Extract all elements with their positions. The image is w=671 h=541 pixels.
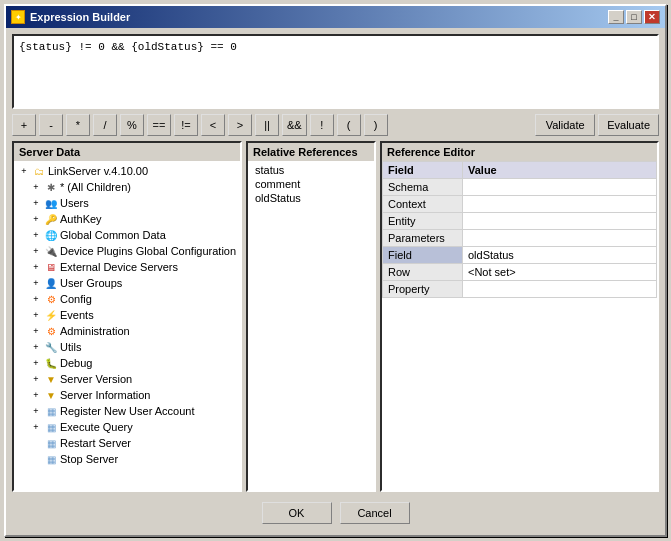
plus-button[interactable]: + — [12, 114, 36, 136]
expression-builder-window: ✦ Expression Builder _ □ ✕ {status} != 0… — [4, 4, 667, 537]
relative-references-list: status comment oldStatus — [248, 161, 374, 490]
tree-item-serverinfo[interactable]: ▼ Server Information — [16, 387, 238, 403]
ref-value-field[interactable]: oldStatus — [463, 247, 657, 264]
divide-button[interactable]: / — [93, 114, 117, 136]
panels-container: Server Data 🗂 LinkServer v.4.10.00 ✱ * (… — [12, 141, 659, 492]
icon-authkey: 🔑 — [44, 212, 58, 226]
reference-editor-header: Reference Editor — [382, 143, 657, 161]
close-paren-button[interactable]: ) — [364, 114, 388, 136]
tree-item-events[interactable]: ⚡ Events — [16, 307, 238, 323]
ref-item-status[interactable]: status — [250, 163, 372, 177]
expander-restartserver — [30, 437, 42, 449]
close-button[interactable]: ✕ — [644, 10, 660, 24]
minus-button[interactable]: - — [39, 114, 63, 136]
maximize-button[interactable]: □ — [626, 10, 642, 24]
window-title: Expression Builder — [30, 11, 130, 23]
icon-deviceplugins: 🔌 — [44, 244, 58, 258]
not-equals-button[interactable]: != — [174, 114, 198, 136]
not-button[interactable]: ! — [310, 114, 334, 136]
tree-item-usergroups[interactable]: 👤 User Groups — [16, 275, 238, 291]
evaluate-button[interactable]: Evaluate — [598, 114, 659, 136]
reference-editor-panel: Reference Editor Field Value Schema — [380, 141, 659, 492]
less-than-button[interactable]: < — [201, 114, 225, 136]
tree-item-deviceplugins[interactable]: 🔌 Device Plugins Global Configuration — [16, 243, 238, 259]
tree-item-extdevices[interactable]: 🖥 External Device Servers — [16, 259, 238, 275]
ref-value-entity[interactable] — [463, 213, 657, 230]
expander-stopserver — [30, 453, 42, 465]
ref-label-context: Context — [383, 196, 463, 213]
expander-users[interactable] — [30, 197, 42, 209]
ref-label-parameters: Parameters — [383, 230, 463, 247]
ref-value-row[interactable]: <Not set> — [463, 264, 657, 281]
tree-item-serverversion[interactable]: ▼ Server Version — [16, 371, 238, 387]
expression-textarea[interactable]: {status} != 0 && {oldStatus} == 0 — [12, 34, 659, 109]
expander-serverversion[interactable] — [30, 373, 42, 385]
expander-executequery[interactable] — [30, 421, 42, 433]
expander-authkey[interactable] — [30, 213, 42, 225]
expander-linkserver[interactable] — [18, 165, 30, 177]
ref-item-comment[interactable]: comment — [250, 177, 372, 191]
ref-row-property: Property — [383, 281, 657, 298]
expander-debug[interactable] — [30, 357, 42, 369]
open-paren-button[interactable]: ( — [337, 114, 361, 136]
tree-item-allchildren[interactable]: ✱ * (All Children) — [16, 179, 238, 195]
ref-value-property[interactable] — [463, 281, 657, 298]
expander-administration[interactable] — [30, 325, 42, 337]
expander-events[interactable] — [30, 309, 42, 321]
expander-globalcommon[interactable] — [30, 229, 42, 241]
modulo-button[interactable]: % — [120, 114, 144, 136]
icon-serverversion: ▼ — [44, 372, 58, 386]
icon-events: ⚡ — [44, 308, 58, 322]
tree-label-serverinfo: Server Information — [60, 389, 150, 401]
tree-item-linkserver[interactable]: 🗂 LinkServer v.4.10.00 — [16, 163, 238, 179]
bottom-bar: OK Cancel — [12, 497, 659, 529]
tree-item-utils[interactable]: 🔧 Utils — [16, 339, 238, 355]
server-data-tree: 🗂 LinkServer v.4.10.00 ✱ * (All Children… — [14, 161, 240, 490]
expander-register[interactable] — [30, 405, 42, 417]
window-content: {status} != 0 && {oldStatus} == 0 + - * … — [6, 28, 665, 535]
expander-allchildren[interactable] — [30, 181, 42, 193]
expander-usergroups[interactable] — [30, 277, 42, 289]
tree-item-restartserver[interactable]: ▦ Restart Server — [16, 435, 238, 451]
tree-item-debug[interactable]: 🐛 Debug — [16, 355, 238, 371]
ref-value-schema[interactable] — [463, 179, 657, 196]
ok-button[interactable]: OK — [262, 502, 332, 524]
icon-debug: 🐛 — [44, 356, 58, 370]
ref-item-oldstatus[interactable]: oldStatus — [250, 191, 372, 205]
pipe-button[interactable]: || — [255, 114, 279, 136]
tree-item-stopserver[interactable]: ▦ Stop Server — [16, 451, 238, 467]
tree-label-administration: Administration — [60, 325, 130, 337]
ref-value-context[interactable] — [463, 196, 657, 213]
and-button[interactable]: && — [282, 114, 307, 136]
icon-usergroups: 👤 — [44, 276, 58, 290]
validate-button[interactable]: Validate — [535, 114, 595, 136]
expander-extdevices[interactable] — [30, 261, 42, 273]
icon-users: 👥 — [44, 196, 58, 210]
server-data-header: Server Data — [14, 143, 240, 161]
icon-config: ⚙ — [44, 292, 58, 306]
tree-item-register[interactable]: ▦ Register New User Account — [16, 403, 238, 419]
tree-item-config[interactable]: ⚙ Config — [16, 291, 238, 307]
icon-executequery: ▦ — [44, 420, 58, 434]
icon-allchildren: ✱ — [44, 180, 58, 194]
tree-item-executequery[interactable]: ▦ Execute Query — [16, 419, 238, 435]
greater-than-button[interactable]: > — [228, 114, 252, 136]
expander-config[interactable] — [30, 293, 42, 305]
icon-stopserver: ▦ — [44, 452, 58, 466]
expander-deviceplugins[interactable] — [30, 245, 42, 257]
ref-row-entity: Entity — [383, 213, 657, 230]
tree-item-authkey[interactable]: 🔑 AuthKey — [16, 211, 238, 227]
tree-item-users[interactable]: 👥 Users — [16, 195, 238, 211]
tree-item-globalcommon[interactable]: 🌐 Global Common Data — [16, 227, 238, 243]
cancel-button[interactable]: Cancel — [340, 502, 410, 524]
multiply-button[interactable]: * — [66, 114, 90, 136]
tree-label-users: Users — [60, 197, 89, 209]
tree-label-utils: Utils — [60, 341, 81, 353]
tree-item-administration[interactable]: ⚙ Administration — [16, 323, 238, 339]
minimize-button[interactable]: _ — [608, 10, 624, 24]
expander-serverinfo[interactable] — [30, 389, 42, 401]
expander-utils[interactable] — [30, 341, 42, 353]
server-data-panel: Server Data 🗂 LinkServer v.4.10.00 ✱ * (… — [12, 141, 242, 492]
equals-button[interactable]: == — [147, 114, 171, 136]
ref-value-parameters[interactable] — [463, 230, 657, 247]
